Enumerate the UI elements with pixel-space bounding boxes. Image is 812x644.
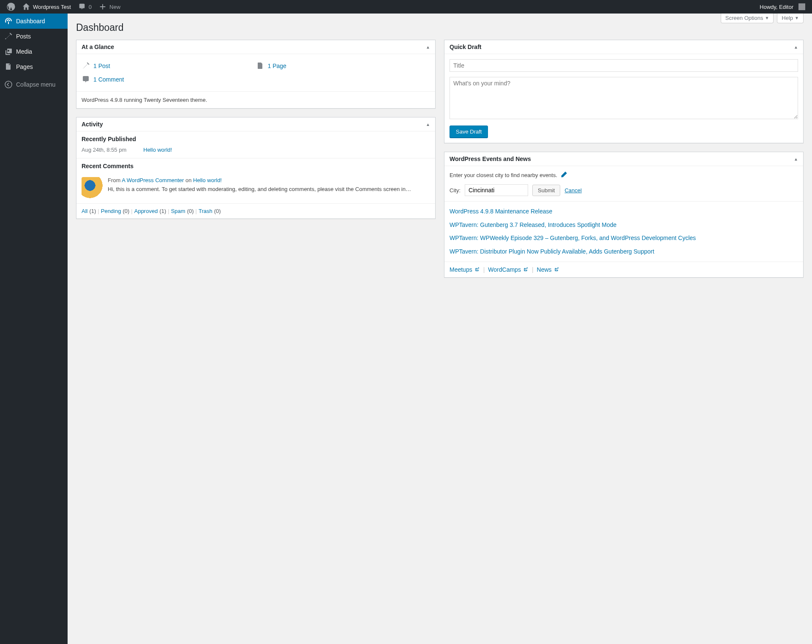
new-label: New — [109, 4, 120, 10]
comments-link[interactable]: 1 Comment — [93, 76, 124, 83]
widget-title: At a Glance — [82, 44, 114, 50]
external-link-icon — [553, 267, 559, 273]
page-title: Dashboard — [76, 14, 804, 40]
site-name-label: Wordpress Test — [33, 4, 71, 10]
glance-comments: 1 Comment — [82, 73, 430, 86]
sidebar-item-media[interactable]: Media — [0, 44, 68, 59]
news-link[interactable]: WPTavern: WPWeekly Episode 329 – Gutenbe… — [450, 235, 696, 241]
external-link-icon — [474, 267, 480, 273]
edit-icon[interactable] — [561, 171, 567, 179]
published-item: Aug 24th, 8:55 pm Hello world! — [76, 145, 435, 158]
comments-link[interactable]: 0 — [74, 0, 95, 14]
collapse-toggle[interactable]: ▲ — [794, 45, 798, 49]
posts-link[interactable]: 1 Post — [93, 63, 110, 69]
chevron-down-icon: ▼ — [795, 16, 799, 20]
comment-post-link[interactable]: Hello world! — [193, 177, 222, 183]
dashboard-icon — [4, 17, 13, 25]
widget-title: Quick Draft — [450, 44, 481, 50]
wordpress-icon — [7, 3, 15, 11]
page-icon — [256, 62, 264, 70]
svg-point-0 — [5, 81, 12, 88]
filter-spam[interactable]: Spam — [171, 208, 185, 214]
sidebar-item-label: Media — [16, 48, 32, 55]
pin-icon — [82, 62, 90, 70]
screen-options-button[interactable]: Screen Options ▼ — [721, 14, 774, 23]
sidebar-item-label: Collapse menu — [16, 81, 55, 88]
comment-filters: All (1) | Pending (0) | Approved (1) | S… — [76, 203, 435, 218]
comment-item: From A WordPress Commenter on Hello worl… — [76, 172, 435, 203]
wp-logo[interactable] — [3, 0, 19, 14]
plus-icon — [98, 3, 107, 11]
commenter-link[interactable]: A WordPress Commenter — [122, 177, 184, 183]
comment-icon — [82, 75, 90, 84]
sidebar-item-collapse[interactable]: Collapse menu — [0, 77, 68, 92]
glance-pages: 1 Page — [256, 59, 431, 73]
admin-sidebar: Dashboard Posts Media Pages Collapse men… — [0, 14, 68, 644]
widget-events-news: WordPress Events and News ▲ Enter your c… — [444, 152, 804, 278]
wordpress-version: WordPress 4.9.8 running Twenty Seventeen… — [76, 91, 435, 108]
recent-comments-heading: Recent Comments — [76, 158, 435, 172]
admin-bar: Wordpress Test 0 New Howdy, Editor — [0, 0, 812, 14]
sidebar-item-label: Pages — [16, 63, 33, 70]
collapse-toggle[interactable]: ▲ — [426, 122, 430, 127]
sidebar-item-label: Dashboard — [16, 18, 45, 25]
news-link[interactable]: WPTavern: Gutenberg 3.7 Released, Introd… — [450, 221, 616, 228]
howdy-label: Howdy, Editor — [760, 4, 793, 10]
news-link[interactable]: News — [537, 266, 559, 273]
site-link[interactable]: Wordpress Test — [19, 0, 74, 14]
publish-title-link[interactable]: Hello world! — [143, 147, 172, 153]
draft-content-textarea[interactable] — [450, 77, 798, 119]
sidebar-item-label: Posts — [16, 33, 31, 40]
widget-title: Activity — [82, 121, 103, 128]
events-city-form: City: Submit Cancel — [444, 184, 803, 201]
filter-trash[interactable]: Trash — [199, 208, 213, 214]
meetups-link[interactable]: Meetups — [450, 266, 480, 273]
news-link[interactable]: WordPress 4.9.8 Maintenance Release — [450, 208, 552, 215]
pages-icon — [4, 63, 13, 71]
comment-meta: From A WordPress Commenter on Hello worl… — [108, 177, 411, 183]
main-content: Screen Options ▼ Help ▼ Dashboard At a G… — [68, 14, 812, 644]
sidebar-item-pages[interactable]: Pages — [0, 59, 68, 74]
comments-count: 0 — [89, 4, 92, 10]
external-link-icon — [523, 267, 529, 273]
city-input[interactable] — [465, 184, 528, 196]
events-footer: Meetups | WordCamps | News — [444, 262, 803, 277]
cancel-link[interactable]: Cancel — [564, 187, 581, 194]
sidebar-item-posts[interactable]: Posts — [0, 29, 68, 44]
collapse-toggle[interactable]: ▲ — [794, 157, 798, 161]
glance-posts: 1 Post — [82, 59, 256, 73]
sidebar-item-dashboard[interactable]: Dashboard — [0, 14, 68, 29]
city-label: City: — [450, 187, 460, 194]
filter-pending[interactable]: Pending — [101, 208, 121, 214]
save-draft-button[interactable]: Save Draft — [450, 126, 488, 138]
events-prompt: Enter your closest city to find nearby e… — [444, 166, 803, 184]
comment-icon — [78, 3, 86, 11]
recently-published-heading: Recently Published — [76, 131, 435, 145]
user-menu[interactable]: Howdy, Editor — [756, 0, 809, 14]
draft-title-input[interactable] — [450, 59, 798, 72]
widget-quick-draft: Quick Draft ▲ Save Draft — [444, 40, 804, 143]
submit-button[interactable]: Submit — [532, 185, 560, 196]
news-list: WordPress 4.9.8 Maintenance Release WPTa… — [444, 201, 803, 262]
collapse-toggle[interactable]: ▲ — [426, 45, 430, 49]
user-avatar — [798, 3, 805, 10]
pages-link[interactable]: 1 Page — [268, 63, 286, 69]
media-icon — [4, 47, 13, 56]
wordcamps-link[interactable]: WordCamps — [488, 266, 529, 273]
filter-approved[interactable]: Approved — [134, 208, 158, 214]
home-icon — [22, 3, 30, 11]
chevron-down-icon: ▼ — [765, 16, 769, 20]
commenter-avatar — [82, 177, 103, 198]
widget-at-a-glance: At a Glance ▲ 1 Post — [76, 40, 436, 109]
posts-icon — [4, 32, 13, 41]
comment-excerpt: Hi, this is a comment. To get started wi… — [108, 185, 411, 194]
widget-title: WordPress Events and News — [450, 156, 531, 162]
widget-activity: Activity ▲ Recently Published Aug 24th, … — [76, 117, 436, 219]
publish-date: Aug 24th, 8:55 pm — [82, 147, 126, 153]
filter-all[interactable]: All — [82, 208, 87, 214]
help-button[interactable]: Help ▼ — [777, 14, 804, 23]
collapse-icon — [4, 80, 13, 89]
new-content-link[interactable]: New — [95, 0, 124, 14]
news-link[interactable]: WPTavern: Distributor Plugin Now Publicl… — [450, 248, 654, 255]
